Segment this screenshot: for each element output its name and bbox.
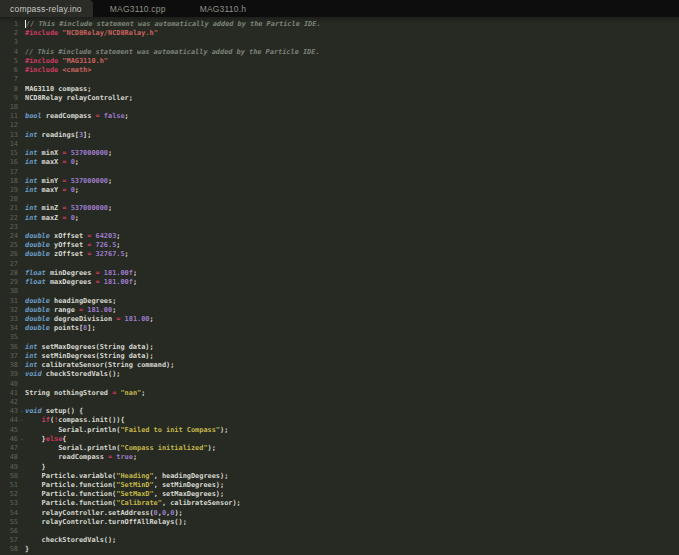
fold-gutter-spacer <box>18 472 25 481</box>
code-line[interactable]: 35 <box>0 333 679 342</box>
code-line[interactable]: 12 <box>0 121 679 130</box>
code-text <box>25 380 679 389</box>
code-text <box>25 260 679 269</box>
code-line[interactable]: 4// This #include statement was automati… <box>0 48 679 57</box>
code-line[interactable]: 10 <box>0 103 679 112</box>
code-line[interactable]: 55 relayController.turnOffAllRelays(); <box>0 518 679 527</box>
code-text: double xOffset = 64203; <box>25 232 679 241</box>
tab-compass-relay-ino[interactable]: compass-relay.ino <box>0 0 93 17</box>
code-line[interactable]: 11bool readCompass = false; <box>0 112 679 121</box>
code-editor[interactable]: 1// This #include statement was automati… <box>0 17 679 555</box>
code-line[interactable]: 27 <box>0 260 679 269</box>
fold-gutter-spacer <box>18 140 25 149</box>
code-line[interactable]: 58} <box>0 545 679 554</box>
fold-gutter-spacer <box>18 278 25 287</box>
fold-gutter-spacer <box>18 481 25 490</box>
code-line[interactable]: 25double yOffset = 726.5; <box>0 241 679 250</box>
fold-marker-icon[interactable]: - <box>18 407 25 416</box>
fold-gutter-spacer <box>18 389 25 398</box>
code-line[interactable]: 34double points[8]; <box>0 324 679 333</box>
code-text: double headingDegrees; <box>25 297 679 306</box>
code-line[interactable]: 48 readCompass = true; <box>0 453 679 462</box>
fold-gutter-spacer <box>18 168 25 177</box>
code-line[interactable]: 22int maxZ = 0; <box>0 214 679 223</box>
code-line[interactable]: 39void checkStoredVals(); <box>0 370 679 379</box>
tab-mag3110-h[interactable]: MAG3110.h <box>183 0 264 17</box>
code-line[interactable]: 44- if(!compass.init()){ <box>0 416 679 425</box>
code-line[interactable]: 20 <box>0 195 679 204</box>
code-line[interactable]: 31double headingDegrees; <box>0 297 679 306</box>
code-line[interactable]: 3 <box>0 38 679 47</box>
line-number: 20 <box>0 195 18 204</box>
line-number: 30 <box>0 287 18 296</box>
code-line[interactable]: 7 <box>0 75 679 84</box>
code-text: Particle.function("Calibrate", calibrate… <box>25 499 679 508</box>
code-line[interactable]: 26double zOffset = 32767.5; <box>0 250 679 259</box>
fold-marker-icon[interactable]: - <box>18 435 25 444</box>
code-line[interactable]: 38int calibrateSensor(String command); <box>0 361 679 370</box>
fold-gutter-spacer <box>18 324 25 333</box>
code-line[interactable]: 40 <box>0 380 679 389</box>
code-line[interactable]: 17 <box>0 168 679 177</box>
code-line[interactable]: 21int minZ = 537000000; <box>0 204 679 213</box>
code-line[interactable]: 15int minX = 537000000; <box>0 149 679 158</box>
line-number: 55 <box>0 518 18 527</box>
code-line[interactable]: 46- }else{ <box>0 435 679 444</box>
code-line[interactable]: 16int maxX = 0; <box>0 158 679 167</box>
line-number: 7 <box>0 75 18 84</box>
line-number: 40 <box>0 380 18 389</box>
fold-gutter-spacer <box>18 250 25 259</box>
line-number: 21 <box>0 204 18 213</box>
code-line[interactable]: 42 <box>0 398 679 407</box>
line-number: 43 <box>0 407 18 416</box>
fold-gutter-spacer <box>18 398 25 407</box>
tab-mag3110-cpp[interactable]: MAG3110.cpp <box>93 0 183 17</box>
line-number: 22 <box>0 214 18 223</box>
code-text: } <box>25 545 679 554</box>
code-line[interactable]: 54 relayController.setAddress(0,0,0); <box>0 509 679 518</box>
code-line[interactable]: 37int setMinDegrees(String data); <box>0 352 679 361</box>
code-line[interactable]: 49 } <box>0 463 679 472</box>
editor-window: compass-relay.ino MAG3110.cpp MAG3110.h … <box>0 0 679 555</box>
fold-gutter-spacer <box>18 536 25 545</box>
code-text <box>25 527 679 536</box>
code-line[interactable]: 28float minDegrees = 181.00f; <box>0 269 679 278</box>
code-line[interactable]: 23 <box>0 223 679 232</box>
code-line[interactable]: 5#include "MAG3110.h" <box>0 57 679 66</box>
line-number: 28 <box>0 269 18 278</box>
code-line[interactable]: 52 Particle.function("SetMaxD", setMaxDe… <box>0 490 679 499</box>
fold-marker-icon[interactable]: - <box>18 416 25 425</box>
code-line[interactable]: 56 <box>0 527 679 536</box>
fold-gutter-spacer <box>18 352 25 361</box>
code-line[interactable]: 57 checkStoredVals(); <box>0 536 679 545</box>
code-line[interactable]: 14 <box>0 140 679 149</box>
code-line[interactable]: 1// This #include statement was automati… <box>0 20 679 29</box>
code-line[interactable]: 45 Serial.println("Failed to init Compas… <box>0 426 679 435</box>
code-line[interactable]: 30 <box>0 287 679 296</box>
code-line[interactable]: 19int maxY = 0; <box>0 186 679 195</box>
code-text: Particle.variable("Heading", headingDegr… <box>25 472 679 481</box>
code-line[interactable]: 18int minY = 537000000; <box>0 177 679 186</box>
code-line[interactable]: 47 Serial.println("Compass initialized")… <box>0 444 679 453</box>
code-line[interactable]: 13int readings[3]; <box>0 131 679 140</box>
code-line[interactable]: 43-void setup() { <box>0 407 679 416</box>
code-line[interactable]: 32double range = 181.00; <box>0 306 679 315</box>
code-line[interactable]: 53 Particle.function("Calibrate", calibr… <box>0 499 679 508</box>
code-line[interactable]: 41String nothingStored = "nan"; <box>0 389 679 398</box>
code-line[interactable]: 51 Particle.function("SetMinD", setMinDe… <box>0 481 679 490</box>
code-line[interactable]: 29float maxDegrees = 181.00f; <box>0 278 679 287</box>
code-line[interactable]: 9NCD8Relay relayController; <box>0 94 679 103</box>
fold-gutter-spacer <box>18 38 25 47</box>
code-line[interactable]: 36int setMaxDegrees(String data); <box>0 343 679 352</box>
code-line[interactable]: 50 Particle.variable("Heading", headingD… <box>0 472 679 481</box>
code-line[interactable]: 8MAG3110 compass; <box>0 85 679 94</box>
code-line[interactable]: 6#include <cmath> <box>0 66 679 75</box>
line-number: 29 <box>0 278 18 287</box>
code-text: #include "NCD8Relay/NCD8Relay.h" <box>25 29 679 38</box>
line-number: 16 <box>0 158 18 167</box>
code-line[interactable]: 24double xOffset = 64203; <box>0 232 679 241</box>
code-line[interactable]: 2#include "NCD8Relay/NCD8Relay.h" <box>0 29 679 38</box>
code-text <box>25 223 679 232</box>
code-line[interactable]: 33double degreeDivision = 181.00; <box>0 315 679 324</box>
code-text: double zOffset = 32767.5; <box>25 250 679 259</box>
